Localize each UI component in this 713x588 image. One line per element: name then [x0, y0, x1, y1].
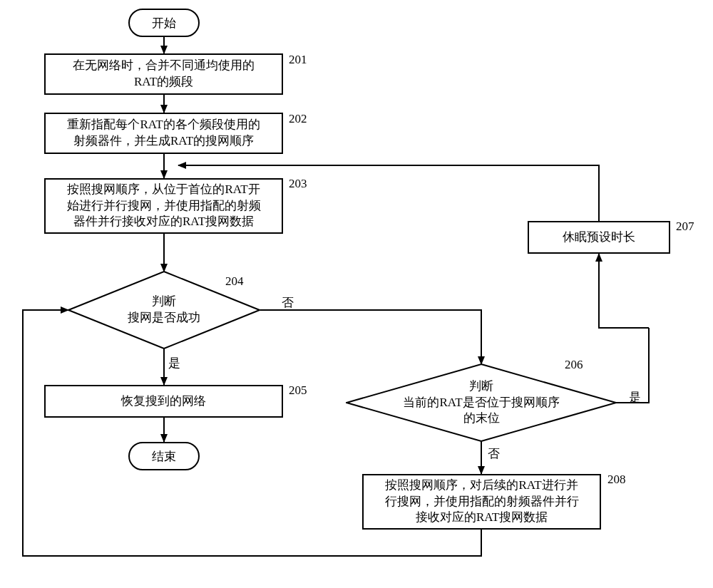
- process-207-label: 207: [676, 220, 694, 234]
- start-terminator: 开始: [128, 9, 200, 37]
- process-203-text: 按照搜网顺序，从位于首位的RAT开 始进行并行搜网，并使用指配的射频 器件并行接…: [67, 182, 261, 231]
- decision-206: 判断 当前的RAT是否位于搜网顺序 的末位: [346, 363, 617, 442]
- start-label: 开始: [152, 15, 176, 31]
- decision-206-label: 206: [565, 358, 583, 372]
- process-202-label: 202: [289, 112, 307, 126]
- process-202-text: 重新指配每个RAT的各个频段使用的 射频器件，并生成RAT的搜网顺序: [67, 117, 260, 150]
- decision-204-text: 判断 搜网是否成功: [128, 294, 200, 326]
- decision-206-yes: 是: [629, 389, 641, 406]
- decision-206-text: 判断 当前的RAT是否位于搜网顺序 的末位: [403, 378, 559, 428]
- process-208: 按照搜网顺序，对后续的RAT进行并 行搜网，并使用指配的射频器件并行 接收对应的…: [362, 474, 601, 530]
- process-205-text: 恢复搜到的网络: [121, 393, 206, 410]
- process-207-text: 休眠预设时长: [563, 229, 635, 246]
- process-208-text: 按照搜网顺序，对后续的RAT进行并 行搜网，并使用指配的射频器件并行 接收对应的…: [385, 478, 579, 527]
- process-205: 恢复搜到的网络: [44, 385, 283, 418]
- process-203-label: 203: [289, 177, 307, 191]
- decision-204-label: 204: [225, 274, 244, 289]
- end-terminator: 结束: [128, 442, 200, 470]
- process-201-text: 在无网络时，合并不同通均使用的 RAT的频段: [73, 58, 255, 91]
- process-205-label: 205: [289, 383, 307, 398]
- end-label: 结束: [152, 448, 176, 465]
- process-202: 重新指配每个RAT的各个频段使用的 射频器件，并生成RAT的搜网顺序: [44, 113, 283, 154]
- process-208-label: 208: [607, 473, 626, 487]
- decision-204-no: 否: [282, 294, 294, 311]
- process-203: 按照搜网顺序，从位于首位的RAT开 始进行并行搜网，并使用指配的射频 器件并行接…: [44, 178, 283, 234]
- process-207: 休眠预设时长: [528, 221, 670, 254]
- decision-206-no: 否: [488, 445, 500, 462]
- process-201-label: 201: [289, 53, 307, 67]
- decision-204-yes: 是: [168, 355, 180, 371]
- process-201: 在无网络时，合并不同通均使用的 RAT的频段: [44, 53, 283, 95]
